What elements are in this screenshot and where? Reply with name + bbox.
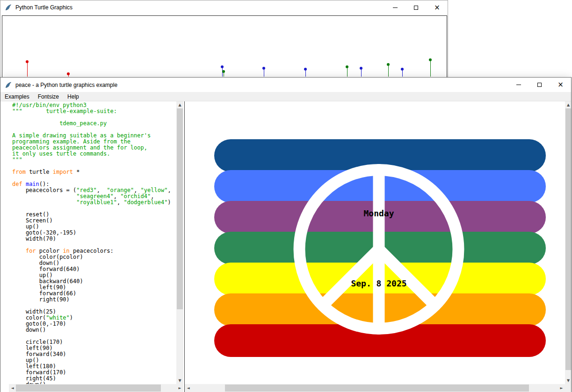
turtle-pin-stem bbox=[264, 69, 264, 77]
code-line: """ turtle-example-suite: bbox=[12, 108, 170, 114]
scrollbar-corner bbox=[565, 384, 571, 392]
scroll-up-arrow[interactable]: ▲ bbox=[176, 101, 183, 108]
date-label: Sep. 8 2025 bbox=[318, 278, 440, 288]
turtle-pin-stem bbox=[224, 72, 224, 77]
code-line: """ bbox=[12, 157, 170, 163]
scroll-right-arrow[interactable]: ► bbox=[176, 384, 183, 392]
close-button[interactable]: × bbox=[427, 0, 448, 14]
code-line: tdemo_peace.py bbox=[12, 121, 170, 127]
window-title: Python Turtle Graphics bbox=[15, 4, 72, 11]
code-editor[interactable]: #!/usr/bin/env python3""" turtle-example… bbox=[0, 101, 184, 392]
turtle-pin-dot bbox=[346, 65, 348, 68]
peace-symbol bbox=[185, 101, 565, 384]
minimize-icon bbox=[516, 85, 521, 85]
turtle-pin-dot bbox=[360, 67, 362, 70]
turtle-pin-dot bbox=[429, 58, 432, 61]
turtle-pin-stem bbox=[347, 68, 348, 77]
window-title: peace - a Python turtle graphics example bbox=[15, 82, 117, 88]
minimize-icon bbox=[393, 7, 398, 8]
scrollbar-thumb[interactable] bbox=[16, 385, 161, 392]
menu-help[interactable]: Help bbox=[63, 92, 83, 101]
close-icon: × bbox=[434, 4, 440, 11]
turtle-pin-dot bbox=[67, 72, 70, 75]
tk-feather-icon bbox=[5, 81, 12, 89]
caption-buttons: × bbox=[508, 78, 571, 92]
minimize-button[interactable] bbox=[384, 0, 405, 14]
scrollbar-thumb[interactable] bbox=[177, 108, 183, 309]
turtle-pin-dot bbox=[304, 68, 307, 71]
scroll-down-arrow[interactable]: ▼ bbox=[565, 377, 571, 384]
titlebar[interactable]: peace - a Python turtle graphics example… bbox=[0, 78, 571, 92]
scrollbar-thumb[interactable] bbox=[565, 108, 571, 370]
turtle-pin-stem bbox=[388, 65, 389, 77]
code-vertical-scrollbar[interactable]: ▲ ▼ bbox=[176, 101, 183, 384]
peace-demo-window: peace - a Python turtle graphics example… bbox=[0, 77, 572, 392]
maximize-icon bbox=[414, 6, 418, 10]
caption-buttons: × bbox=[384, 0, 448, 14]
turtle-pin-dot bbox=[221, 65, 224, 68]
code-line: down() bbox=[12, 327, 170, 333]
turtle-pin-dot bbox=[387, 63, 390, 66]
scroll-up-arrow[interactable]: ▲ bbox=[565, 101, 571, 108]
code-horizontal-scrollbar[interactable]: ◄ ► bbox=[9, 384, 183, 392]
tk-feather-icon bbox=[5, 4, 12, 11]
code-line: "royalblue1", "dodgerblue4") bbox=[12, 200, 170, 206]
turtle-pin-stem bbox=[305, 70, 306, 77]
scrollbar-thumb[interactable] bbox=[225, 385, 529, 392]
scroll-right-arrow[interactable]: ► bbox=[558, 384, 565, 392]
turtle-pin-dot bbox=[262, 67, 265, 70]
menu-examples[interactable]: Examples bbox=[0, 92, 34, 101]
code-line: it only uses turtle commands. bbox=[12, 151, 170, 157]
menubar: Examples Fontsize Help bbox=[0, 92, 571, 101]
code-line: width(70) bbox=[12, 236, 170, 242]
turtle-pin-dot bbox=[222, 70, 225, 73]
maximize-button[interactable] bbox=[529, 78, 550, 92]
maximize-icon bbox=[537, 83, 542, 87]
code-text: #!/usr/bin/env python3""" turtle-example… bbox=[12, 102, 170, 384]
turtle-pin-stem bbox=[361, 69, 362, 77]
minimize-button[interactable] bbox=[508, 78, 529, 92]
turtle-pin-dot bbox=[26, 60, 29, 63]
code-line: from turtle import * bbox=[12, 169, 170, 175]
scroll-left-arrow[interactable]: ◄ bbox=[185, 384, 192, 392]
desktop: Python Turtle Graphics × peace - a Pytho… bbox=[0, 0, 572, 392]
peace-right-diagonal bbox=[379, 249, 435, 306]
code-line: right(90) bbox=[12, 297, 170, 303]
turtle-pin-stem bbox=[430, 61, 431, 77]
peace-left-diagonal bbox=[323, 249, 379, 306]
close-icon: × bbox=[558, 81, 564, 88]
turtle-canvas-pane: Monday Sep. 8 2025 ▲ ▼ ◄ ► bbox=[184, 101, 571, 392]
maximize-button[interactable] bbox=[405, 0, 427, 14]
turtle-pin-stem bbox=[27, 63, 28, 77]
canvas-vertical-scrollbar[interactable]: ▲ ▼ bbox=[565, 101, 571, 384]
canvas-horizontal-scrollbar[interactable]: ◄ ► bbox=[185, 384, 565, 392]
scroll-down-arrow[interactable]: ▼ bbox=[176, 377, 183, 384]
turtle-pin-stem bbox=[402, 70, 403, 77]
weekday-label: Monday bbox=[318, 208, 440, 218]
titlebar[interactable]: Python Turtle Graphics × bbox=[0, 0, 448, 14]
scroll-left-arrow[interactable]: ◄ bbox=[9, 384, 16, 392]
demo-content: #!/usr/bin/env python3""" turtle-example… bbox=[0, 101, 571, 392]
turtle-pin-dot bbox=[401, 68, 404, 71]
close-button[interactable]: × bbox=[550, 78, 571, 92]
menu-fontsize[interactable]: Fontsize bbox=[34, 92, 63, 101]
